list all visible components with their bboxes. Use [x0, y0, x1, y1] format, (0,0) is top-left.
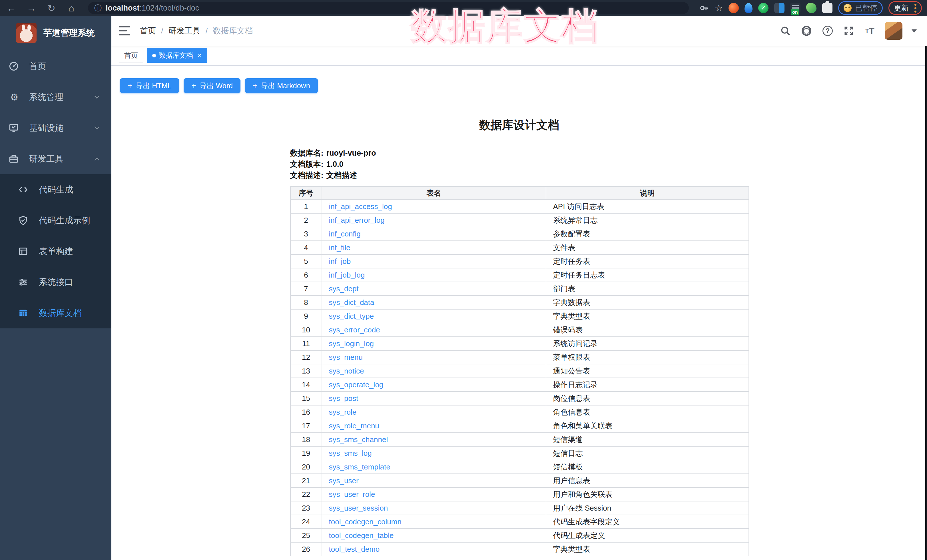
- user-avatar[interactable]: [885, 22, 903, 40]
- table-name-link[interactable]: tool_test_demo: [329, 545, 380, 554]
- table-name-link[interactable]: sys_user_session: [329, 504, 388, 512]
- sidebar-item-infra[interactable]: 基础设施: [0, 112, 111, 143]
- table-name-link[interactable]: sys_user_role: [329, 490, 375, 499]
- row-index: 2: [290, 213, 322, 227]
- browser-menu-icon[interactable]: [915, 4, 916, 12]
- tab-home[interactable]: 首页: [119, 48, 143, 63]
- export-html-button[interactable]: + 导出 HTML: [120, 78, 179, 93]
- row-index: 4: [290, 241, 322, 255]
- table-row: 19 sys_sms_log 短信日志: [290, 446, 749, 460]
- table-name-link[interactable]: sys_menu: [329, 353, 363, 361]
- row-index: 16: [290, 405, 322, 419]
- export-word-button[interactable]: + 导出 Word: [184, 78, 240, 93]
- table-name-link[interactable]: sys_error_code: [329, 326, 380, 334]
- table-name-link[interactable]: sys_sms_template: [329, 463, 391, 471]
- extension-pin-icon[interactable]: [745, 3, 752, 13]
- table-name-link[interactable]: sys_dict_type: [329, 312, 374, 320]
- search-icon[interactable]: [779, 24, 792, 37]
- font-size-icon[interactable]: TT: [863, 24, 876, 37]
- sidebar-item-api[interactable]: 系统接口: [0, 267, 111, 297]
- extension-check-icon[interactable]: ✓: [758, 3, 769, 13]
- tab-db-doc[interactable]: 数据库文档 ×: [147, 48, 207, 63]
- sidebar-item-home[interactable]: 首页: [0, 51, 111, 82]
- sidebar-item-devtools[interactable]: 研发工具: [0, 143, 111, 174]
- window-edge-scrollbar[interactable]: [925, 46, 927, 560]
- table-name-link[interactable]: sys_login_log: [329, 339, 374, 348]
- row-index: 11: [290, 337, 322, 351]
- bookmark-star-icon[interactable]: ☆: [714, 3, 723, 12]
- table-name-link[interactable]: tool_codegen_column: [329, 518, 401, 526]
- table-name-link[interactable]: inf_config: [329, 229, 361, 238]
- sidebar: 芋道管理系统 首页 ⚙ 系统管理 基础设施 研发工具: [0, 16, 111, 560]
- table-name-link[interactable]: sys_post: [329, 394, 359, 403]
- form-icon: [18, 246, 30, 256]
- password-key-icon[interactable]: [699, 3, 709, 13]
- row-index: 25: [290, 528, 322, 542]
- browser-home-icon[interactable]: ⌂: [65, 3, 78, 13]
- address-bar[interactable]: ⓘ localhost:1024/tool/db-doc: [88, 2, 689, 14]
- github-icon[interactable]: [800, 24, 813, 37]
- row-index: 18: [290, 433, 322, 446]
- site-info-icon[interactable]: ⓘ: [94, 3, 102, 13]
- table-row: 13 sys_notice 通知公告表: [290, 364, 749, 378]
- row-index: 5: [290, 255, 322, 268]
- fullscreen-icon[interactable]: [842, 24, 855, 37]
- table-name-link[interactable]: sys_dept: [329, 284, 359, 293]
- app-logo-avatar: [16, 23, 36, 43]
- table-name-link[interactable]: sys_sms_log: [329, 449, 372, 457]
- column-header-index: 序号: [290, 187, 322, 200]
- table-name-link[interactable]: inf_job_log: [329, 271, 365, 279]
- tab-close-icon[interactable]: ×: [198, 52, 202, 59]
- paused-label: 已暂停: [855, 3, 877, 13]
- sidebar-item-system[interactable]: ⚙ 系统管理: [0, 82, 111, 112]
- table-name-link[interactable]: sys_user: [329, 477, 359, 485]
- table-name-link[interactable]: sys_role_menu: [329, 422, 379, 430]
- browser-reload-icon[interactable]: ↻: [45, 3, 58, 13]
- sidebar-item-form-builder[interactable]: 表单构建: [0, 236, 111, 267]
- table-name-link[interactable]: sys_dict_data: [329, 298, 374, 307]
- table-name-link[interactable]: inf_api_access_log: [329, 202, 392, 211]
- table-name-link[interactable]: inf_job: [329, 257, 351, 266]
- table-name-link[interactable]: sys_sms_channel: [329, 435, 388, 444]
- row-index: 26: [290, 542, 322, 556]
- extension-orange-icon[interactable]: [728, 3, 739, 13]
- table-name-link[interactable]: sys_operate_log: [329, 380, 383, 389]
- row-description: 短信模板: [546, 460, 749, 474]
- breadcrumb-home[interactable]: 首页: [140, 26, 156, 36]
- table-name-link[interactable]: inf_api_error_log: [329, 216, 384, 225]
- sidebar-menu: 首页 ⚙ 系统管理 基础设施 研发工具 代码生成: [0, 51, 111, 328]
- browser-toolbar-right: ☆ ✓ on 已暂停 更新: [699, 1, 922, 15]
- browser-forward-icon[interactable]: →: [25, 3, 38, 13]
- app-logo-row[interactable]: 芋道管理系统: [0, 16, 111, 49]
- extension-stack-icon[interactable]: on: [790, 3, 801, 13]
- export-markdown-button[interactable]: + 导出 Markdown: [245, 78, 318, 93]
- table-name-link[interactable]: sys_notice: [329, 367, 364, 375]
- table-row: 17 sys_role_menu 角色和菜单关联表: [290, 419, 749, 433]
- extension-on-badge: on: [791, 9, 799, 15]
- user-menu-caret-icon[interactable]: [912, 29, 917, 33]
- row-index: 13: [290, 364, 322, 378]
- chrome-update-chip[interactable]: 更新: [889, 1, 922, 15]
- export-toolbar: + 导出 HTML + 导出 Word + 导出 Markdown: [111, 78, 927, 93]
- extension-leaf-icon[interactable]: [806, 3, 816, 13]
- row-description: 系统访问记录: [546, 337, 749, 351]
- profile-paused-chip[interactable]: 已暂停: [838, 1, 883, 15]
- table-row: 25 tool_codegen_table 代码生成表定义: [290, 528, 749, 542]
- table-row: 16 sys_role 角色信息表: [290, 405, 749, 419]
- chevron-up-icon: [94, 157, 99, 162]
- sidebar-toggle-icon[interactable]: [119, 26, 130, 36]
- sidebar-item-codegen[interactable]: 代码生成: [0, 174, 111, 205]
- row-index: 12: [290, 351, 322, 364]
- browser-back-icon[interactable]: ←: [5, 3, 18, 13]
- extension-grid-icon[interactable]: [774, 3, 784, 13]
- breadcrumb-devtools[interactable]: 研发工具: [169, 26, 201, 36]
- sidebar-item-codegen-demo[interactable]: 代码生成示例: [0, 205, 111, 236]
- help-icon[interactable]: ?: [821, 24, 834, 37]
- row-index: 14: [290, 378, 322, 392]
- table-name-link[interactable]: tool_codegen_table: [329, 531, 394, 540]
- sidebar-item-db-doc[interactable]: 数据库文档: [0, 297, 111, 328]
- table-name-link[interactable]: sys_role: [329, 408, 357, 416]
- row-description: 定时任务日志表: [546, 268, 749, 282]
- extensions-puzzle-icon[interactable]: [822, 3, 833, 13]
- table-name-link[interactable]: inf_file: [329, 243, 350, 252]
